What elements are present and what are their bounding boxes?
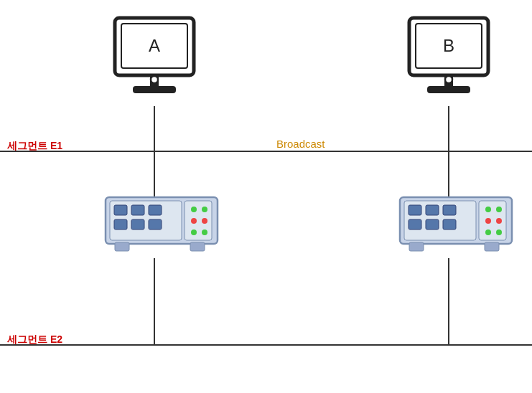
vline-e1-to-switch-left [154,151,155,197]
svg-rect-18 [131,219,144,229]
svg-text:B: B [443,36,454,55]
svg-rect-17 [114,219,127,229]
svg-rect-36 [443,219,456,229]
svg-point-39 [496,207,502,212]
svg-point-21 [191,207,197,212]
svg-rect-14 [114,205,127,215]
diagram-container: A B 세그먼트 E1 Broadcast 세 [0,0,532,393]
svg-rect-19 [149,219,162,229]
svg-rect-31 [409,205,421,215]
vline-a-to-e1 [154,106,155,151]
svg-rect-32 [426,205,439,215]
segment-e2-line [0,344,532,346]
svg-point-23 [191,218,197,224]
svg-rect-10 [427,86,470,93]
computer-b: B [406,14,492,110]
segment-e1-label: 세그먼트 E1 [7,140,62,153]
segment-e2-label: 세그먼트 E2 [7,333,62,346]
computer-a: A [111,14,197,110]
svg-point-42 [485,229,491,235]
svg-rect-33 [443,205,456,215]
svg-point-41 [496,218,502,224]
svg-rect-45 [485,242,499,251]
switch-left [104,194,219,261]
svg-point-26 [202,229,207,235]
svg-rect-44 [409,242,424,251]
svg-rect-15 [131,205,144,215]
svg-point-11 [445,76,452,83]
svg-point-5 [151,76,158,83]
svg-point-38 [485,207,491,212]
svg-rect-37 [479,201,506,240]
svg-point-25 [191,229,197,235]
vline-switch-right-to-e2 [448,258,449,345]
vline-switch-left-to-e2 [154,258,155,345]
svg-rect-4 [133,86,176,93]
svg-rect-27 [115,242,129,251]
svg-point-43 [496,229,502,235]
svg-point-40 [485,218,491,224]
svg-point-24 [202,218,207,224]
broadcast-label: Broadcast [276,138,325,150]
switch-right [398,194,513,261]
segment-e1-line [0,151,532,152]
svg-text:A: A [149,36,160,55]
svg-rect-35 [426,219,439,229]
svg-point-22 [202,207,207,212]
svg-rect-16 [149,205,162,215]
vline-e1-to-switch-right [448,151,449,197]
svg-rect-28 [190,242,205,251]
vline-b-to-e1 [448,106,449,151]
svg-rect-20 [185,201,212,240]
svg-rect-34 [409,219,421,229]
